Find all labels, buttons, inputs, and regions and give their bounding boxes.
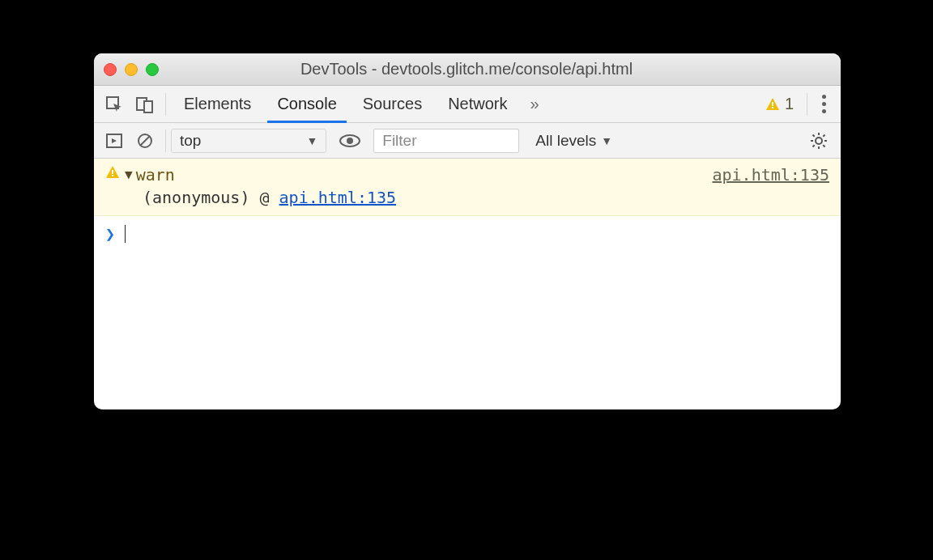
- svg-line-7: [140, 136, 150, 146]
- console-settings-icon[interactable]: [802, 132, 836, 150]
- trace-source-link[interactable]: api.html:135: [279, 188, 397, 207]
- svg-line-16: [823, 145, 824, 146]
- warning-triangle-icon: [765, 97, 780, 112]
- levels-label: All levels: [535, 132, 596, 150]
- clear-console-icon[interactable]: [130, 132, 160, 150]
- tab-console[interactable]: Console: [264, 86, 349, 122]
- more-tabs-icon[interactable]: »: [521, 95, 549, 113]
- svg-point-10: [816, 138, 822, 144]
- toggle-sidebar-icon[interactable]: [99, 132, 130, 150]
- text-cursor: [125, 225, 126, 243]
- chevron-down-icon: ▼: [601, 134, 612, 147]
- context-selector[interactable]: top ▼: [171, 129, 326, 153]
- svg-rect-19: [112, 170, 113, 174]
- log-levels-selector[interactable]: All levels ▼: [527, 132, 620, 150]
- svg-rect-2: [144, 101, 152, 112]
- svg-line-17: [813, 145, 815, 146]
- warning-triangle-icon: [105, 165, 120, 180]
- tab-network[interactable]: Network: [435, 86, 520, 122]
- divider: [807, 93, 807, 116]
- svg-rect-3: [772, 102, 773, 106]
- svg-point-9: [347, 138, 353, 144]
- warning-text: warn: [136, 165, 175, 185]
- svg-rect-20: [112, 175, 113, 176]
- svg-line-18: [823, 134, 824, 136]
- svg-rect-4: [772, 107, 773, 108]
- filter-input[interactable]: Filter: [373, 129, 519, 153]
- filter-placeholder: Filter: [382, 132, 416, 150]
- console-output: ▼ warn api.html:135 (anonymous) @ api.ht…: [94, 159, 841, 409]
- live-expression-icon[interactable]: [334, 134, 365, 148]
- warning-count-text: 1: [785, 95, 794, 113]
- tab-elements[interactable]: Elements: [171, 86, 264, 122]
- disclosure-triangle-icon[interactable]: ▼: [125, 167, 133, 182]
- inspect-element-icon[interactable]: [99, 86, 130, 122]
- source-location-link[interactable]: api.html:135: [713, 165, 830, 185]
- devtools-window: DevTools - devtools.glitch.me/console/ap…: [94, 53, 841, 409]
- svg-line-15: [813, 134, 815, 136]
- console-warning-message: ▼ warn api.html:135 (anonymous) @ api.ht…: [94, 159, 841, 216]
- kebab-menu-icon[interactable]: [812, 95, 836, 113]
- device-toolbar-icon[interactable]: [130, 86, 160, 122]
- stack-trace-row: (anonymous) @ api.html:135: [105, 188, 829, 207]
- warning-count-badge[interactable]: 1: [757, 95, 802, 113]
- titlebar: DevTools - devtools.glitch.me/console/ap…: [94, 53, 841, 86]
- prompt-caret-icon: ❯: [105, 224, 115, 244]
- console-prompt[interactable]: ❯: [94, 216, 841, 252]
- console-toolbar: top ▼ Filter All levels ▼: [94, 123, 841, 159]
- window-title: DevTools - devtools.glitch.me/console/ap…: [102, 60, 831, 78]
- tab-sources[interactable]: Sources: [350, 86, 435, 122]
- trace-label: (anonymous) @: [143, 188, 279, 207]
- divider: [165, 93, 166, 116]
- chevron-down-icon: ▼: [306, 134, 317, 147]
- panel-tabbar: Elements Console Sources Network » 1: [94, 86, 841, 123]
- context-label: top: [180, 132, 201, 150]
- divider: [165, 129, 166, 152]
